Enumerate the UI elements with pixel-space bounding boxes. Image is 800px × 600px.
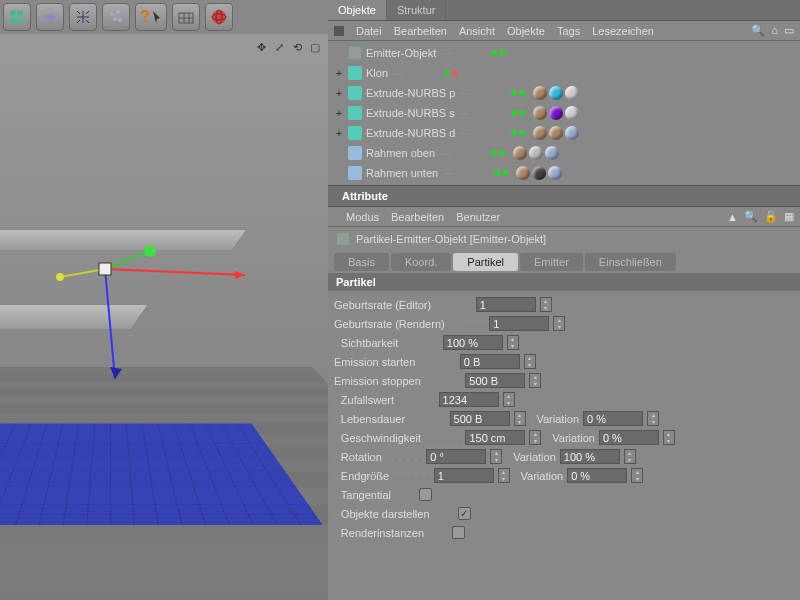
expand-icon[interactable]: + xyxy=(334,67,344,79)
prop-input[interactable]: 0 % xyxy=(583,411,643,426)
object-name[interactable]: Klon xyxy=(366,67,388,79)
material-tag[interactable] xyxy=(533,106,547,120)
spinner[interactable]: ▴▾ xyxy=(490,449,502,464)
nav-up-icon[interactable]: ▲ xyxy=(727,211,738,223)
object-name[interactable]: Extrude-NURBS p xyxy=(366,87,455,99)
material-tag[interactable] xyxy=(513,146,527,160)
view-icon[interactable]: ▭ xyxy=(784,24,794,37)
object-row[interactable]: Rahmen unten ····· xyxy=(328,163,800,183)
object-row[interactable]: + Extrude-NURBS p ····· xyxy=(328,83,800,103)
prop-input[interactable]: 0 B xyxy=(460,354,520,369)
attrtab-einschließen[interactable]: Einschließen xyxy=(585,253,676,271)
visibility-dot[interactable] xyxy=(444,70,450,76)
prop-input[interactable]: 0 % xyxy=(567,468,627,483)
object-name[interactable]: Emitter-Objekt xyxy=(366,47,436,59)
search-icon[interactable]: 🔍 xyxy=(751,24,765,37)
prop-input[interactable]: 100 % xyxy=(560,449,620,464)
viewport-pan-icon[interactable]: ✥ xyxy=(254,40,268,54)
material-tag[interactable] xyxy=(565,106,579,120)
checkbox[interactable]: ✓ xyxy=(458,507,471,520)
expand-icon[interactable]: + xyxy=(334,127,344,139)
expand-icon[interactable]: + xyxy=(334,87,344,99)
visibility-dot[interactable] xyxy=(519,90,525,96)
menu-objekte[interactable]: Objekte xyxy=(507,25,545,37)
material-tag[interactable] xyxy=(545,146,559,160)
prop-input[interactable]: 500 B xyxy=(450,411,510,426)
tool-simulation[interactable] xyxy=(36,3,64,31)
object-row[interactable]: Emitter-Objekt ····· xyxy=(328,43,800,63)
prop-input[interactable]: 0 % xyxy=(599,430,659,445)
spinner[interactable]: ▴▾ xyxy=(647,411,659,426)
tool-globe[interactable] xyxy=(205,3,233,31)
visibility-dot[interactable] xyxy=(484,50,490,56)
material-tag[interactable] xyxy=(565,86,579,100)
search-icon[interactable]: 🔍 xyxy=(744,210,758,223)
visibility-dot[interactable] xyxy=(503,110,509,116)
visibility-dot[interactable] xyxy=(492,50,498,56)
viewport-zoom-icon[interactable]: ⤢ xyxy=(272,40,286,54)
home-icon[interactable]: ⌂ xyxy=(771,24,778,37)
lock-icon[interactable]: 🔓 xyxy=(764,210,778,223)
tool-expand[interactable] xyxy=(69,3,97,31)
material-tag[interactable] xyxy=(533,86,547,100)
object-row[interactable]: Rahmen oben ····· xyxy=(328,143,800,163)
menu-bearbeiten-attr[interactable]: Bearbeiten xyxy=(391,211,444,223)
menu-benutzer[interactable]: Benutzer xyxy=(456,211,500,223)
visibility-dot[interactable] xyxy=(503,90,509,96)
tab-struktur[interactable]: Struktur xyxy=(387,0,447,20)
object-name[interactable]: Extrude-NURBS s xyxy=(366,107,455,119)
visibility-dot[interactable] xyxy=(452,70,458,76)
prop-input[interactable]: 500 B xyxy=(465,373,525,388)
visibility-dot[interactable] xyxy=(500,50,506,56)
menu-tags[interactable]: Tags xyxy=(557,25,580,37)
prop-input[interactable]: 1 xyxy=(476,297,536,312)
visibility-dot[interactable] xyxy=(503,130,509,136)
visibility-dot[interactable] xyxy=(491,150,497,156)
visibility-dot[interactable] xyxy=(486,170,492,176)
spinner[interactable]: ▴▾ xyxy=(507,335,519,350)
material-tag[interactable] xyxy=(529,146,543,160)
spinner[interactable]: ▴▾ xyxy=(529,373,541,388)
object-name[interactable]: Rahmen oben xyxy=(366,147,435,159)
spinner[interactable]: ▴▾ xyxy=(553,316,565,331)
attrtab-koord.[interactable]: Koord. xyxy=(391,253,451,271)
object-name[interactable]: Rahmen unten xyxy=(366,167,438,179)
tab-objekte[interactable]: Objekte xyxy=(328,0,387,20)
material-tag[interactable] xyxy=(549,126,563,140)
prop-input[interactable]: 100 % xyxy=(443,335,503,350)
visibility-dot[interactable] xyxy=(499,150,505,156)
prop-input[interactable]: 1234 xyxy=(439,392,499,407)
axis-gizmo[interactable] xyxy=(95,259,275,411)
object-row[interactable]: + Extrude-NURBS s ····· xyxy=(328,103,800,123)
layout-icon[interactable]: ▦ xyxy=(784,210,794,223)
menu-modus[interactable]: Modus xyxy=(346,211,379,223)
spinner[interactable]: ▴▾ xyxy=(540,297,552,312)
visibility-dot[interactable] xyxy=(511,130,517,136)
material-tag[interactable] xyxy=(549,86,563,100)
expand-icon[interactable]: + xyxy=(334,107,344,119)
tool-deformer[interactable] xyxy=(3,3,31,31)
checkbox[interactable] xyxy=(452,526,465,539)
visibility-dot[interactable] xyxy=(494,170,500,176)
material-tag[interactable] xyxy=(532,166,546,180)
tool-particles[interactable] xyxy=(102,3,130,31)
visibility-dot[interactable] xyxy=(436,70,442,76)
visibility-dot[interactable] xyxy=(502,170,508,176)
spinner[interactable]: ▴▾ xyxy=(663,430,675,445)
material-tag[interactable] xyxy=(533,126,547,140)
visibility-dot[interactable] xyxy=(519,110,525,116)
material-tag[interactable] xyxy=(516,166,530,180)
spinner[interactable]: ▴▾ xyxy=(503,392,515,407)
object-row[interactable]: + Extrude-NURBS d ····· xyxy=(328,123,800,143)
panel-options-icon[interactable] xyxy=(334,26,344,36)
attrtab-emitter[interactable]: Emitter xyxy=(520,253,583,271)
spinner[interactable]: ▴▾ xyxy=(514,411,526,426)
visibility-dot[interactable] xyxy=(511,90,517,96)
viewport-maximize-icon[interactable]: ▢ xyxy=(308,40,322,54)
spinner[interactable]: ▴▾ xyxy=(529,430,541,445)
object-name[interactable]: Extrude-NURBS d xyxy=(366,127,455,139)
prop-input[interactable]: 150 cm xyxy=(465,430,525,445)
spinner[interactable]: ▴▾ xyxy=(498,468,510,483)
attrtab-partikel[interactable]: Partikel xyxy=(453,253,518,271)
checkbox[interactable] xyxy=(419,488,432,501)
